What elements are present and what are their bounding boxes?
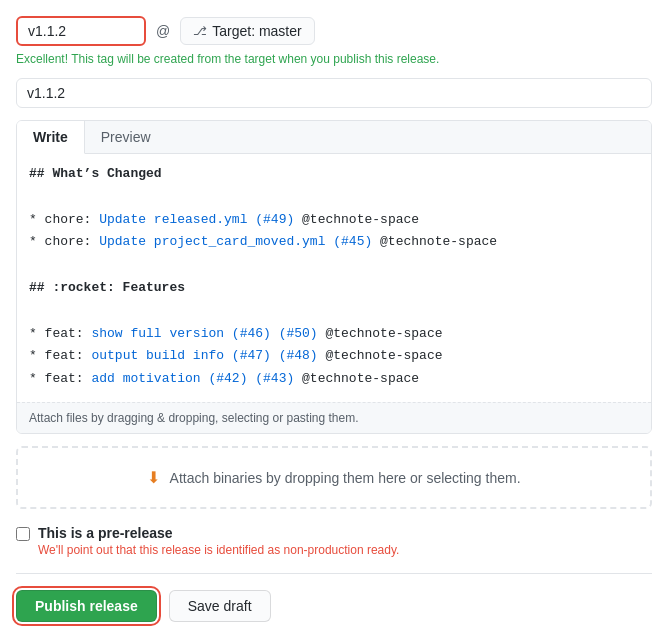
editor-line [29, 301, 639, 322]
actions-row: Publish release Save draft [16, 590, 652, 622]
editor-line: * chore: Update released.yml (#49) @tech… [29, 210, 639, 231]
publish-release-button[interactable]: Publish release [16, 590, 157, 622]
tab-preview[interactable]: Preview [85, 121, 167, 153]
pre-release-section: This is a pre-release We'll point out th… [16, 525, 652, 574]
pre-release-title: This is a pre-release [38, 525, 399, 541]
editor-link[interactable]: output build info (#47) (#48) [91, 348, 317, 363]
editor-link[interactable]: Update released.yml (#49) [99, 212, 294, 227]
editor-line: ## What’s Changed [29, 164, 639, 185]
editor-line [29, 255, 639, 276]
editor-line: * feat: output build info (#47) (#48) @t… [29, 346, 639, 367]
attach-binaries-label: Attach binaries by dropping them here or… [170, 470, 521, 486]
editor-line: * chore: Update project_card_moved.yml (… [29, 232, 639, 253]
editor-link[interactable]: add motivation (#42) (#43) [91, 371, 294, 386]
save-draft-button[interactable]: Save draft [169, 590, 271, 622]
editor-link[interactable]: show full version (#46) (#50) [91, 326, 317, 341]
pre-release-description: We'll point out that this release is ide… [38, 543, 399, 557]
editor-link[interactable]: Update project_card_moved.yml (#45) [99, 234, 372, 249]
attach-binaries-area[interactable]: ⬇ Attach binaries by dropping them here … [16, 446, 652, 509]
target-label: Target: master [212, 23, 301, 39]
target-button[interactable]: ⎇ Target: master [180, 17, 314, 45]
branch-icon: ⎇ [193, 24, 207, 38]
tab-write[interactable]: Write [17, 121, 85, 154]
editor-line: * feat: add motivation (#42) (#43) @tech… [29, 369, 639, 390]
editor-area[interactable]: ## What’s Changed * chore: Update releas… [17, 154, 651, 402]
editor-line: * feat: show full version (#46) (#50) @t… [29, 324, 639, 345]
success-message: Excellent! This tag will be created from… [16, 52, 652, 66]
editor-line: ## :rocket: Features [29, 278, 639, 299]
tabs-header: Write Preview [17, 121, 651, 154]
pre-release-checkbox[interactable] [16, 527, 30, 541]
at-sign: @ [156, 23, 170, 39]
arrow-down-icon: ⬇ [147, 469, 160, 486]
tag-target-row: @ ⎇ Target: master [16, 16, 652, 46]
editor-line [29, 187, 639, 208]
pre-release-text: This is a pre-release We'll point out th… [38, 525, 399, 557]
editor-container: Write Preview ## What’s Changed * chore:… [16, 120, 652, 434]
release-title-input[interactable] [16, 78, 652, 108]
tag-input[interactable] [16, 16, 146, 46]
attach-files-bar: Attach files by dragging & dropping, sel… [17, 402, 651, 433]
